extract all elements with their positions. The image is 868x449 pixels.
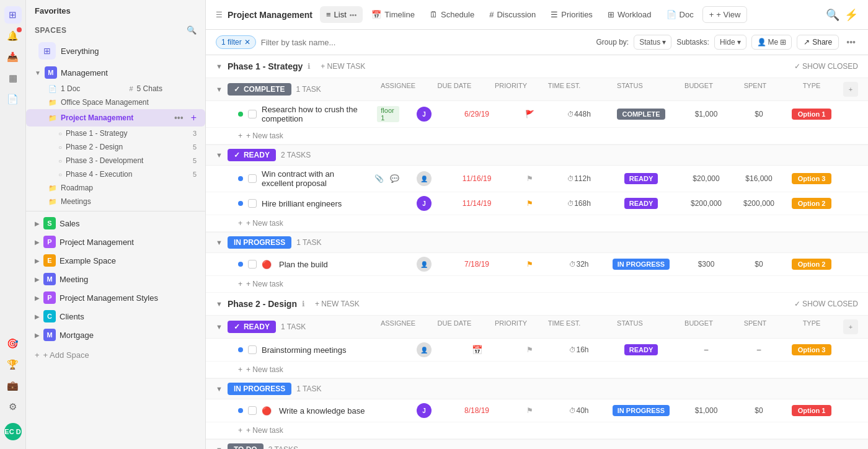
inprogress-badge[interactable]: IN PROGRESS [228, 236, 291, 249]
list-more-icon[interactable]: ••• [350, 11, 357, 19]
filter-more-icon[interactable]: ••• [844, 36, 858, 48]
phase4-exec-item[interactable]: ○ Phase 4 - Execution 5 [26, 167, 205, 181]
task-row-win[interactable]: Win contract with an excellent proposal … [206, 166, 868, 192]
win-time-val: 112h [574, 174, 591, 183]
phase2-header[interactable]: ▼ Phase 2 - Design ℹ + NEW TASK ✓ SHOW C… [206, 293, 868, 315]
win-check[interactable] [248, 174, 257, 183]
tab-priorities[interactable]: ☰ Priorities [544, 6, 599, 23]
pm-more-icon[interactable]: ••• [172, 112, 186, 124]
filter-close-icon[interactable]: ✕ [244, 38, 250, 47]
task-row-plan[interactable]: 🔴 Plan the build 👤 7/18/19 ⚑ ⏱ 32h IN PR… [206, 253, 868, 276]
new-task-ready2[interactable]: + + New task [206, 362, 868, 378]
phase1-header[interactable]: ▼ Phase 1 - Strategy ℹ + NEW TASK ✓ SHOW… [206, 55, 868, 78]
office-space-item[interactable]: 📁 Office Space Management [26, 96, 205, 109]
meeting-space[interactable]: ▶ M Meeting [26, 270, 205, 288]
complete-badge[interactable]: ✓ COMPLETE [228, 83, 291, 96]
group-by-btn[interactable]: Status ▾ [634, 35, 671, 50]
brain-status-badge: READY [624, 344, 658, 355]
phase2-new-task-link[interactable]: + NEW TASK [315, 300, 360, 308]
new-task-inprogress2[interactable]: + + New task [206, 422, 868, 439]
me-btn[interactable]: 👤 Me ⊞ [751, 35, 792, 50]
phase1-new-task-link[interactable]: + NEW TASK [321, 62, 365, 71]
roadmap-item[interactable]: 📁 Roadmap [26, 181, 205, 195]
pm-styles-space[interactable]: ▶ P Project Management Styles [26, 288, 205, 307]
management-doc-item[interactable]: 📄 1 Doc # 5 Chats [26, 82, 205, 96]
tab-timeline[interactable]: 📅 Timeline [365, 6, 421, 23]
home-icon[interactable]: ⊞ [4, 6, 22, 24]
inbox-icon[interactable]: 📥 [4, 48, 22, 66]
clock-icon: ⏱ [567, 110, 574, 118]
phase3-dev-item[interactable]: ○ Phase 3 - Development 5 [26, 154, 205, 167]
new-task-inprogress[interactable]: + + New task [206, 276, 868, 293]
clock-icon4: ⏱ [569, 260, 576, 268]
task-row-write[interactable]: 🔴 Write a knowledge base J 8/18/19 ⚑ ⏱ 4… [206, 399, 868, 422]
write-time-val: 40h [576, 406, 588, 415]
todo-badge[interactable]: TO DO [228, 443, 264, 449]
search-icon[interactable]: 🔍 [187, 25, 197, 35]
user-avatar[interactable]: EC D [4, 423, 22, 440]
ready2-badge[interactable]: ✓ READY [228, 321, 276, 333]
list-view-icon: ☰ [216, 11, 223, 19]
add-col-btn[interactable]: + [843, 82, 858, 97]
add-view-btn[interactable]: + + View [702, 6, 748, 23]
management-space[interactable]: ▼ M Management [26, 63, 205, 82]
target-icon[interactable]: 🎯 [4, 335, 22, 352]
priorities-icon: ☰ [551, 10, 558, 19]
grid-icon[interactable]: ▦ [4, 69, 22, 87]
search-top-icon[interactable]: 🔍 [826, 8, 839, 22]
share-btn[interactable]: ↗ Share [797, 35, 839, 50]
meetings-item[interactable]: 📁 Meetings [26, 195, 205, 208]
task-row-brain[interactable]: Brainstorming meetings 👤 📅 ⚑ ⏱ 16h READY [206, 339, 868, 362]
complete-chevron[interactable]: ▼ [216, 86, 223, 93]
phase2-design-item[interactable]: ○ Phase 2 - Design 5 [26, 140, 205, 154]
trophy-icon[interactable]: 🏆 [4, 356, 22, 373]
task-row[interactable]: Research how to crush the competition fl… [206, 101, 868, 128]
todo-chevron[interactable]: ▼ [216, 446, 223, 449]
new-task-inprogress2-label: + New task [246, 426, 283, 435]
filter-tag[interactable]: 1 filter ✕ [216, 35, 256, 49]
plus-view-icon: + [709, 10, 714, 19]
new-task-complete[interactable]: + + New task [206, 128, 868, 144]
tab-doc[interactable]: 📄 Doc [660, 6, 700, 23]
ready-badge[interactable]: ✓ READY [228, 149, 276, 161]
doc-icon[interactable]: 📄 [4, 91, 22, 108]
hire-check[interactable] [248, 199, 257, 208]
briefcase-icon[interactable]: 💼 [4, 377, 22, 394]
sales-space[interactable]: ▶ S Sales [26, 214, 205, 233]
subtasks-btn[interactable]: Hide ▾ [714, 35, 746, 50]
write-check[interactable] [248, 406, 257, 415]
inprogress2-chevron[interactable]: ▼ [216, 385, 223, 393]
pm-add-icon[interactable]: + [191, 112, 197, 123]
settings-icon[interactable]: ⚙ [4, 398, 22, 416]
bell-icon[interactable]: 🔔 [4, 27, 22, 45]
phase2-show-closed[interactable]: ✓ SHOW CLOSED [794, 300, 858, 308]
everything-item[interactable]: ⊞ Everything [30, 39, 202, 63]
project-management-item[interactable]: 📁 Project Management ••• + [26, 109, 205, 127]
row-more[interactable] [839, 113, 858, 115]
plan-check[interactable] [248, 260, 257, 269]
inprogress-chevron[interactable]: ▼ [216, 239, 223, 246]
phase1-show-closed[interactable]: ✓ SHOW CLOSED [794, 62, 858, 71]
ready2-chevron[interactable]: ▼ [216, 323, 223, 331]
mortgage-space[interactable]: ▶ M Mortgage [26, 326, 205, 344]
tab-list[interactable]: ≡ List ••• [320, 6, 363, 23]
lightning-icon[interactable]: ⚡ [844, 8, 858, 22]
filter-input[interactable] [261, 38, 591, 47]
subtasks-value: Hide [720, 38, 735, 47]
clients-space[interactable]: ▶ C Clients [26, 307, 205, 326]
task-row-hire[interactable]: Hire brilliant engineers J 11/14/19 ⚑ ⏱ … [206, 192, 868, 215]
task-checkbox[interactable] [248, 110, 257, 118]
new-task-ready[interactable]: + + New task [206, 215, 868, 232]
ready-chevron[interactable]: ▼ [216, 151, 223, 159]
row-more-icon[interactable] [846, 113, 851, 115]
add-col-btn2[interactable]: + [843, 319, 858, 334]
brain-check[interactable] [248, 345, 257, 354]
tab-discussion[interactable]: # Discussion [483, 6, 542, 23]
inprogress2-badge[interactable]: IN PROGRESS [228, 383, 291, 395]
pm-space[interactable]: ▶ P Project Management [26, 233, 205, 251]
example-space[interactable]: ▶ E Example Space [26, 251, 205, 270]
phase1-strategy-item[interactable]: ○ Phase 1 - Strategy 3 [26, 127, 205, 140]
add-space-btn[interactable]: + + Add Space [26, 347, 205, 363]
tab-workload[interactable]: ⊞ Workload [601, 6, 658, 23]
tab-schedule[interactable]: 🗓 Schedule [423, 6, 480, 23]
